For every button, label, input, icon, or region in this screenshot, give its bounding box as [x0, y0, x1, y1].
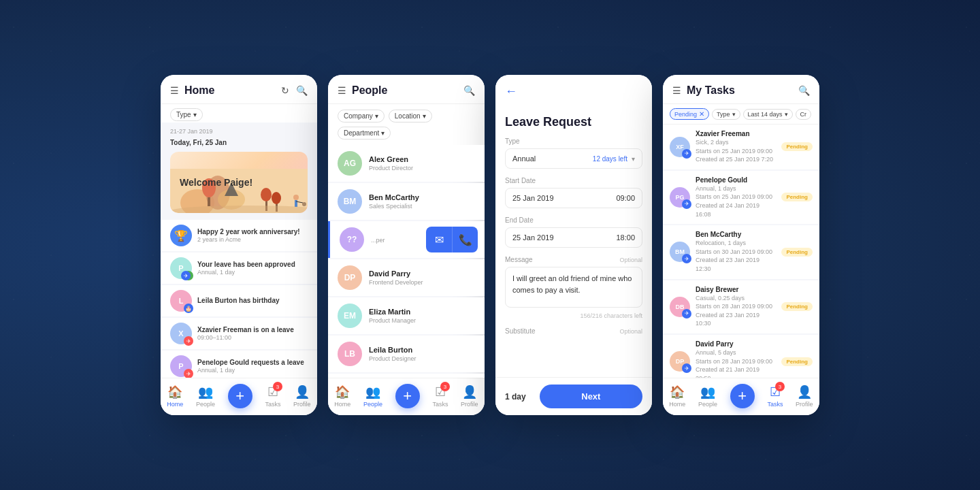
plane-badge: ✈ — [184, 369, 193, 378]
feed-avatar-wrap: P ✈ — [170, 355, 192, 377]
person-item[interactable]: BM Ben McCarthy Sales Specialist — [328, 183, 485, 220]
nav-home[interactable]: 🏠 Home — [334, 385, 350, 408]
close-icon[interactable]: ✕ — [699, 110, 704, 118]
task-type-badge: ✈ — [682, 149, 691, 159]
task-item[interactable]: DP ✈ David Parry Annual, 5 daysStarts on… — [663, 335, 819, 378]
refresh-button[interactable]: ↻ — [281, 85, 289, 96]
feed-item[interactable]: P ✈ Penelope Gould requests a leave Annu… — [161, 350, 317, 378]
task-type-badge: ✈ — [682, 199, 691, 209]
substitute-label-row: Substitute Optional — [505, 327, 642, 335]
person-item[interactable]: PG Penelope Gould Product Designer — [328, 374, 485, 378]
end-date-control[interactable]: 25 Jan 2019 18:00 — [505, 227, 642, 248]
message-textarea[interactable]: I will greet an old friend of mine who c… — [505, 267, 642, 308]
feed-text: Leila Burton has birthday — [197, 297, 308, 305]
nav-home[interactable]: 🏠 Home — [669, 385, 685, 408]
people-search-button[interactable]: 🔍 — [463, 85, 475, 96]
person-avatar: AG — [338, 151, 362, 176]
days-summary: 1 day — [505, 392, 526, 402]
more-filter[interactable]: Cr — [796, 109, 812, 120]
task-info: Daisy Brewer Casual, 0.25 daysStarts on … — [696, 286, 776, 328]
tasks-badge-wrap: ☑ 3 — [435, 385, 446, 399]
fab-add[interactable]: + — [228, 384, 252, 408]
person-info: Ben McCarthy Sales Specialist — [369, 193, 475, 210]
tasks-badge: 3 — [440, 382, 450, 391]
menu-icon[interactable]: ☰ — [338, 85, 346, 96]
task-item[interactable]: XF ✈ Xzavier Freeman Sick, 2 daysStarts … — [663, 125, 819, 169]
type-value: Annual — [512, 154, 536, 163]
feed-list: 🏆 Happy 2 year work anniversary! 2 years… — [161, 220, 317, 378]
profile-nav-icon: 👤 — [462, 385, 477, 399]
person-item-popup[interactable]: ?? ...per ✉ 📞 — [328, 221, 485, 258]
people-filters: Company▾ Location▾ Department▾ — [328, 104, 485, 145]
tasks-header: ☰ My Tasks 🔍 — [663, 75, 819, 104]
pending-filter[interactable]: Pending ✕ — [670, 108, 709, 120]
message-optional: Optional — [619, 257, 642, 263]
home-nav-icon: 🏠 — [167, 385, 182, 399]
feed-text: Happy 2 year work anniversary! 2 years i… — [197, 228, 308, 243]
task-info: David Parry Annual, 5 daysStarts on 28 J… — [696, 340, 776, 378]
search-button[interactable]: 🔍 — [296, 85, 308, 96]
nav-home[interactable]: 🏠 Home — [167, 385, 183, 408]
pending-badge: Pending — [781, 357, 813, 366]
home-nav-icon: 🏠 — [335, 385, 350, 399]
pending-badge: Pending — [781, 248, 813, 257]
department-filter[interactable]: Department▾ — [338, 127, 391, 140]
fab-add[interactable]: + — [395, 384, 420, 408]
action-popup: ✉ 📞 — [426, 227, 478, 252]
start-label: Start Date — [505, 177, 642, 184]
date-range: 21-27 Jan 2019 — [161, 122, 317, 137]
type-filter[interactable]: Type▾ — [712, 109, 740, 120]
tasks-badge: 3 — [273, 382, 282, 391]
menu-icon[interactable]: ☰ — [672, 85, 681, 96]
end-label: End Date — [505, 216, 642, 224]
nav-tasks[interactable]: ☑ 3 Tasks — [432, 385, 448, 408]
person-avatar: EM — [338, 304, 362, 328]
nav-profile[interactable]: 👤 Profile — [796, 385, 813, 408]
people-title: People — [352, 84, 458, 97]
nav-people[interactable]: 👥 People — [363, 385, 382, 408]
nav-people[interactable]: 👥 People — [196, 385, 215, 408]
nav-people[interactable]: 👥 People — [698, 385, 717, 408]
type-filter[interactable]: Type ▾ — [170, 108, 203, 121]
task-avatar-wrap: PG ✈ — [670, 187, 690, 208]
feed-item[interactable]: P ✓ ✈ Your leave has been approved Annua… — [161, 252, 317, 284]
feed-item[interactable]: L 🎂 Leila Burton has birthday — [161, 285, 317, 316]
date-filter[interactable]: Last 14 days▾ — [743, 109, 793, 120]
email-button[interactable]: ✉ — [426, 227, 452, 252]
people-list: AG Alex Green Product Director BM Ben Mc… — [328, 145, 485, 378]
type-label: Type — [505, 137, 642, 145]
back-button[interactable]: ← — [505, 84, 517, 99]
nav-profile[interactable]: 👤 Profile — [461, 385, 478, 408]
fab-add[interactable]: + — [730, 384, 755, 408]
task-info: Xzavier Freeman Sick, 2 daysStarts on 25… — [696, 130, 776, 164]
people-header: ☰ People 🔍 — [328, 75, 485, 104]
task-item[interactable]: DB ✈ Daisy Brewer Casual, 0.25 daysStart… — [663, 280, 819, 333]
start-date-control[interactable]: 25 Jan 2019 09:00 — [505, 188, 642, 208]
substitute-optional: Optional — [619, 328, 642, 335]
type-control[interactable]: Annual 12 days left ▾ — [505, 148, 642, 169]
person-item[interactable]: AG Alex Green Product Director — [328, 145, 485, 182]
feed-item[interactable]: 🏆 Happy 2 year work anniversary! 2 years… — [161, 220, 317, 251]
tasks-search-button[interactable]: 🔍 — [798, 85, 810, 96]
location-filter[interactable]: Location▾ — [389, 110, 432, 122]
next-button[interactable]: Next — [540, 385, 642, 408]
substitute-group: Substitute Optional — [505, 327, 642, 335]
feed-item[interactable]: X ✈ Xzavier Freeman is on a leave 09:00–… — [161, 318, 317, 349]
company-filter[interactable]: Company▾ — [338, 110, 385, 122]
person-item[interactable]: DP David Parry Frontend Developer — [328, 259, 485, 296]
person-avatar: LB — [338, 342, 362, 366]
nav-profile[interactable]: 👤 Profile — [293, 385, 311, 408]
nav-tasks[interactable]: ☑ 3 Tasks — [767, 385, 783, 408]
task-info: Penelope Gould Annual, 1 daysStarts on 2… — [696, 176, 776, 218]
leave-card: ← Leave Request Type Annual 12 days left… — [495, 75, 652, 415]
pending-badge: Pending — [781, 193, 813, 201]
call-button[interactable]: 📞 — [452, 227, 478, 252]
nav-tasks[interactable]: ☑ 3 Tasks — [265, 385, 280, 408]
person-item[interactable]: EM Eliza Martin Product Manager — [328, 297, 485, 334]
tasks-card: ☰ My Tasks 🔍 Pending ✕ Type▾ Last 14 day… — [663, 75, 819, 415]
task-item[interactable]: PG ✈ Penelope Gould Annual, 1 daysStarts… — [663, 171, 819, 224]
task-item[interactable]: BM ✈ Ben McCarthy Relocation, 1 daysStar… — [663, 225, 819, 278]
person-item[interactable]: LB Leila Burton Product Designer — [328, 336, 485, 372]
home-card: ☰ Home ↻ 🔍 Type ▾ 21-27 Jan 2019 Today, … — [161, 75, 317, 415]
menu-icon[interactable]: ☰ — [170, 85, 179, 96]
